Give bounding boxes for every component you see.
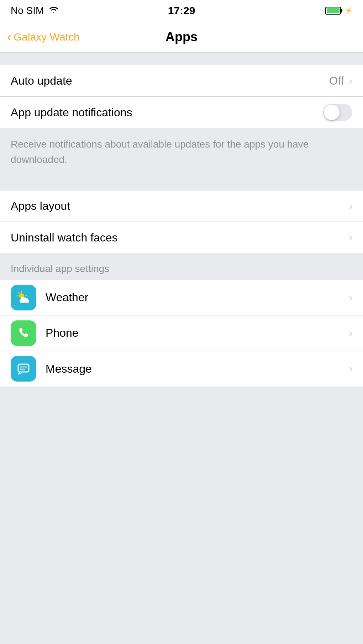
status-right: ⚡: [325, 7, 352, 15]
toggle-thumb: [324, 105, 340, 120]
uninstall-watch-faces-row[interactable]: Uninstall watch faces ›: [0, 222, 363, 253]
back-chevron-icon: ‹: [7, 31, 11, 43]
auto-update-right: Off ›: [329, 74, 352, 87]
wifi-icon: [49, 6, 59, 16]
svg-rect-12: [18, 364, 29, 372]
message-row[interactable]: Message ›: [0, 351, 363, 387]
phone-icon: [11, 320, 36, 346]
svg-rect-11: [20, 300, 29, 303]
status-bar: No SIM 17:29 ⚡: [0, 0, 363, 21]
phone-row[interactable]: Phone ›: [0, 315, 363, 351]
apps-layout-label: Apps layout: [11, 199, 70, 213]
weather-row[interactable]: Weather ›: [0, 280, 363, 315]
auto-update-value: Off: [329, 74, 344, 87]
bottom-area: [0, 387, 363, 600]
apps-layout-chevron-icon: ›: [349, 201, 352, 211]
phone-chevron-icon: ›: [349, 328, 352, 338]
phone-app-name: Phone: [46, 326, 349, 340]
uninstall-watch-faces-chevron-icon: ›: [349, 233, 352, 243]
individual-apps-header: Individual app settings: [0, 253, 363, 280]
description-text: Receive notifications about available up…: [11, 139, 309, 165]
message-app-name: Message: [46, 362, 349, 376]
app-update-notifications-label: App update notifications: [11, 106, 132, 119]
page-title: Apps: [165, 30, 198, 44]
message-icon: [11, 356, 36, 382]
section-gap-1: [0, 53, 363, 65]
back-label: Galaxy Watch: [14, 31, 80, 43]
bolt-icon: ⚡: [344, 7, 352, 15]
nav-bar: ‹ Galaxy Watch Apps: [0, 21, 363, 53]
apps-layout-row[interactable]: Apps layout ›: [0, 191, 363, 222]
section-gap-2: [0, 178, 363, 191]
app-update-notifications-toggle[interactable]: [323, 104, 352, 121]
auto-update-chevron-icon: ›: [349, 76, 352, 86]
weather-app-name: Weather: [46, 291, 349, 304]
individual-apps-header-text: Individual app settings: [11, 263, 109, 274]
weather-chevron-icon: ›: [349, 293, 352, 303]
auto-update-label: Auto update: [11, 74, 72, 87]
battery-fill: [327, 8, 340, 13]
back-button[interactable]: ‹ Galaxy Watch: [7, 31, 80, 43]
weather-icon: [11, 285, 36, 310]
auto-update-section: Auto update Off › App update notificatio…: [0, 65, 363, 128]
message-chevron-icon: ›: [349, 364, 352, 374]
svg-line-5: [19, 292, 19, 293]
auto-update-row[interactable]: Auto update Off ›: [0, 65, 363, 97]
app-list-section: Weather › Phone › Message ›: [0, 280, 363, 387]
uninstall-watch-faces-label: Uninstall watch faces: [11, 231, 118, 244]
app-update-notifications-row[interactable]: App update notifications: [0, 97, 363, 128]
status-time: 17:29: [168, 5, 195, 17]
layout-section: Apps layout › Uninstall watch faces ›: [0, 191, 363, 253]
battery-icon: [325, 7, 341, 15]
battery-body: [325, 7, 341, 15]
carrier-label: No SIM: [11, 5, 44, 16]
description-section: Receive notifications about available up…: [0, 128, 363, 178]
status-left: No SIM: [11, 5, 59, 16]
